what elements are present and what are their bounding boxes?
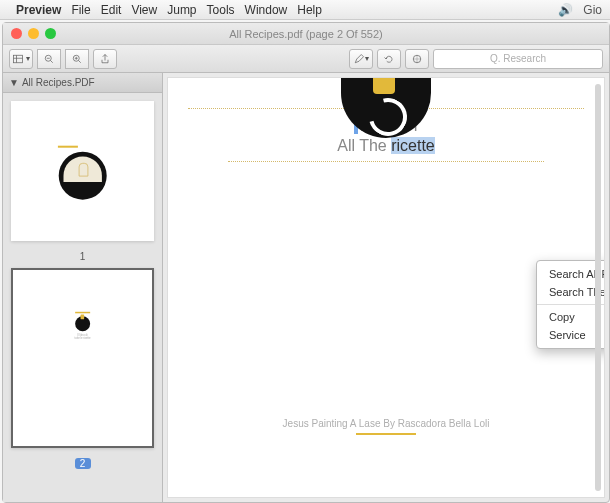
view-mode-button[interactable]: ▾ — [9, 49, 33, 69]
zoom-out-button[interactable] — [37, 49, 61, 69]
zoom-button[interactable] — [45, 28, 56, 39]
close-button[interactable] — [11, 28, 22, 39]
page-subtitle: Jesus Painting A Lase By Rascadora Bella… — [168, 418, 604, 439]
user-name[interactable]: Gio — [583, 3, 602, 17]
menu-jump[interactable]: Jump — [167, 3, 196, 17]
svg-rect-0 — [14, 55, 23, 63]
window-title: All Recipes.pdf (page 2 Of 552) — [229, 28, 383, 40]
window-titlebar[interactable]: All Recipes.pdf (page 2 Of 552) — [3, 23, 609, 45]
menu-help[interactable]: Help — [297, 3, 322, 17]
minimize-button[interactable] — [28, 28, 39, 39]
document-canvas[interactable]: Book Of All The ricette Jesus Painting A… — [167, 77, 605, 498]
page-logo — [341, 78, 431, 138]
menu-tools[interactable]: Tools — [207, 3, 235, 17]
page-number-2: 2 — [75, 458, 91, 469]
markup-button[interactable] — [405, 49, 429, 69]
toolbar: ▾ ▾ Q. Research — [3, 45, 609, 73]
sidebar-header: ▼ All Recipes.PDF — [3, 73, 162, 93]
context-menu: Search All Rice Books..." Search The Web… — [536, 260, 605, 349]
ctx-copy[interactable]: Copy — [537, 308, 605, 326]
rotate-button[interactable] — [377, 49, 401, 69]
menu-window[interactable]: Window — [245, 3, 288, 17]
ctx-search-books[interactable]: Search All Rice Books..." — [537, 265, 605, 283]
thumbnails-sidebar: ▼ All Recipes.PDF 1 Il libro ditutte le … — [3, 73, 163, 502]
system-menubar: Preview File Edit View Jump Tools Window… — [0, 0, 610, 20]
search-field[interactable]: Q. Research — [433, 49, 603, 69]
ctx-service[interactable]: Service▶ — [537, 326, 605, 344]
volume-icon[interactable]: 🔊 — [558, 3, 573, 17]
menu-edit[interactable]: Edit — [101, 3, 122, 17]
ctx-search-web[interactable]: Search The Web — [537, 283, 605, 301]
zoom-in-button[interactable] — [65, 49, 89, 69]
share-button[interactable] — [93, 49, 117, 69]
page-thumbnail-1[interactable] — [11, 101, 154, 241]
annotate-button[interactable]: ▾ — [349, 49, 373, 69]
traffic-lights — [11, 28, 56, 39]
page-number-1: 1 — [11, 251, 154, 262]
app-menu[interactable]: Preview — [16, 3, 61, 17]
ctx-separator — [537, 304, 605, 305]
menu-file[interactable]: File — [71, 3, 90, 17]
page-thumbnail-2[interactable]: Il libro ditutte le ricette — [11, 268, 154, 448]
selected-text[interactable]: ricette — [391, 137, 435, 154]
menu-view[interactable]: View — [131, 3, 157, 17]
preview-window: All Recipes.pdf (page 2 Of 552) ▾ ▾ Q. R… — [2, 22, 610, 503]
